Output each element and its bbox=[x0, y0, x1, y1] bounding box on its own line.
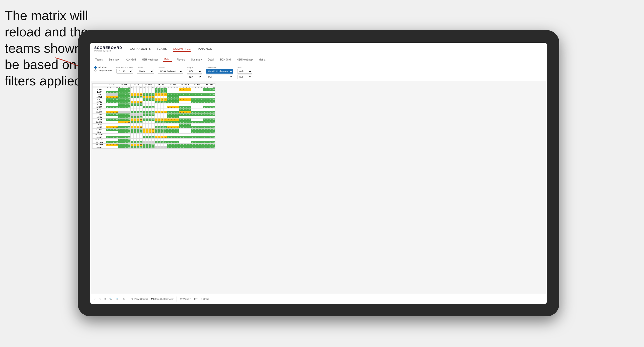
refresh-btn[interactable]: ⟳ bbox=[104, 298, 106, 300]
team-select2[interactable]: (All) bbox=[237, 75, 252, 79]
cell-r14-c3-s2 bbox=[149, 124, 152, 126]
cell-r3-c7-s2 bbox=[197, 96, 200, 98]
cell-r14-c1-s3 bbox=[127, 124, 130, 126]
sub-nav-h2h-heatmap2[interactable]: H2H Heatmap bbox=[236, 58, 254, 62]
cell-r7-c5-s3: 14 bbox=[176, 106, 179, 108]
uu-t: T bbox=[197, 86, 200, 88]
sub-nav-h2h-heatmap1[interactable]: H2H Heatmap bbox=[141, 58, 159, 62]
view-original-btn[interactable]: 👁 View: Original bbox=[131, 298, 148, 300]
cell-r21-c1-s3: 20 bbox=[127, 141, 130, 144]
cell-r21-c6-s3 bbox=[188, 141, 191, 144]
cell-r20-c6-s1 bbox=[182, 139, 185, 141]
nav-tournaments[interactable]: TOURNAMENTS bbox=[128, 46, 151, 52]
cell-r15-c4-s1: 1 bbox=[158, 126, 161, 129]
cell-r23-c8-s0: 2 bbox=[203, 146, 206, 149]
matrix-area[interactable]: 3. ASU 10. UW 11. UA 22. UCB 24. UO 27. … bbox=[90, 81, 547, 294]
sub-nav-h2h-grid1[interactable]: H2H Grid bbox=[124, 58, 137, 62]
zoom-out-btn[interactable]: 🔍- bbox=[109, 298, 113, 300]
cell-r12-c2-s3: 14 bbox=[139, 119, 142, 121]
cell-r18-c1-s1 bbox=[121, 134, 124, 136]
cell-r3-c3-s1: 1 bbox=[146, 96, 149, 98]
cell-r9-c0-s2: 0 bbox=[112, 111, 115, 113]
cell-r11-c1-s2: 0 bbox=[124, 116, 127, 119]
cell-r7-c6-s2: 0 bbox=[185, 106, 188, 108]
cell-r10-c8-s1: 1 bbox=[206, 113, 209, 116]
compact-view-radio[interactable]: Compact View bbox=[94, 69, 112, 72]
nav-rankings[interactable]: RANKINGS bbox=[197, 46, 212, 52]
cell-r4-c2-s2 bbox=[136, 98, 139, 101]
cell-r8-c3-s1 bbox=[146, 108, 149, 111]
sub-nav-players[interactable]: Players bbox=[176, 58, 186, 62]
cell-r17-c8-s2: 0 bbox=[209, 131, 212, 134]
cell-r5-c5-s1: 1 bbox=[170, 101, 173, 103]
sub-nav-detail[interactable]: Detail bbox=[207, 58, 215, 62]
cell-r18-c7-s2 bbox=[197, 134, 200, 136]
cell-r21-c7-s1: 1 bbox=[194, 141, 197, 144]
region-select2[interactable]: N/A bbox=[187, 75, 202, 79]
conference-select2[interactable]: (All) bbox=[206, 75, 233, 79]
cell-r9-c7-s1: 1 bbox=[194, 111, 197, 113]
share-btn[interactable]: ↗ Share bbox=[201, 298, 209, 300]
cell-r10-c6-s2: 0 bbox=[185, 113, 188, 116]
cell-r13-c3-s2 bbox=[149, 121, 152, 124]
row-label-11: 12. UV bbox=[93, 116, 106, 119]
cell-r8-c6-s1: 1 bbox=[182, 108, 185, 111]
cell-r21-c7-s0: 2 bbox=[191, 141, 194, 144]
cell-r11-c6-s3 bbox=[188, 116, 191, 119]
cell-r20-c1-s2: 0 bbox=[124, 139, 127, 141]
cell-r23-c6-s2: 0 bbox=[185, 146, 188, 149]
cell-r11-c2-s3: 20 bbox=[139, 116, 142, 119]
division-select[interactable]: NCAA Division I NCAA Division II NCAA Di… bbox=[158, 69, 183, 74]
cell-r19-c4-s1: 1 bbox=[158, 136, 161, 139]
cell-r5-c6-s3 bbox=[188, 101, 191, 103]
cell-r11-c5-s2: 0 bbox=[173, 116, 176, 119]
cell-r21-c8-s3: 20 bbox=[212, 141, 215, 144]
cell-r23-c4-s1 bbox=[158, 146, 161, 149]
cell-r5-c6-s0 bbox=[179, 101, 182, 103]
cell-r21-c2-s1: 1 bbox=[133, 141, 136, 144]
cell-r3-c4-s3 bbox=[164, 96, 167, 98]
undo-btn[interactable]: ↩ bbox=[94, 298, 96, 300]
gender-select[interactable]: Men's Women's bbox=[137, 69, 154, 74]
team-select[interactable]: (All) bbox=[237, 69, 252, 74]
cell-r17-c4-s0: 2 bbox=[155, 131, 158, 134]
max-teams-select[interactable]: Top 25 Top 50 All bbox=[116, 69, 133, 74]
cell-r2-c0-s3 bbox=[115, 93, 118, 96]
cell-r11-c6-s0 bbox=[179, 116, 182, 119]
cell-r9-c4-s3: 14 bbox=[164, 111, 167, 113]
full-view-radio[interactable]: Full View bbox=[94, 66, 112, 69]
cell-r12-c3-s2: 0 bbox=[149, 119, 152, 121]
sub-nav-teams[interactable]: Teams bbox=[94, 58, 104, 62]
view-filter-group: Full View Compact View bbox=[94, 66, 112, 72]
watch-btn[interactable]: 👁 Watch ▾ bbox=[180, 298, 191, 300]
conference-select[interactable]: Pac-12 Conference (All) bbox=[206, 69, 233, 74]
cell-r15-c3-s2 bbox=[149, 126, 152, 129]
sub-nav-matrix2[interactable]: Matrix bbox=[258, 58, 266, 62]
cell-r1-c8-s3 bbox=[212, 91, 215, 93]
sub-nav-matrix1[interactable]: Matrix bbox=[163, 57, 172, 62]
cell-r11-c7-s3 bbox=[200, 116, 203, 119]
cell-r5-c4-s0: 2 bbox=[155, 101, 158, 103]
cell-r20-c3-s0 bbox=[143, 139, 146, 141]
cell-r13-c4-s3: 20 bbox=[164, 121, 167, 124]
sub-nav-h2h-grid2[interactable]: H2H Grid bbox=[219, 58, 232, 62]
nav-committee[interactable]: COMMITTEE bbox=[173, 46, 191, 52]
redo-btn[interactable]: ↪ bbox=[99, 298, 101, 300]
region-select[interactable]: N/A East West bbox=[187, 69, 202, 74]
cell-r3-c7-s0 bbox=[191, 96, 194, 98]
cell-r10-c6-s0: 2 bbox=[179, 113, 182, 116]
cell-r1-c0-s0: 2 bbox=[106, 91, 109, 93]
matrix-table: 3. ASU 10. UW 11. UA 22. UCB 24. UO 27. … bbox=[92, 83, 215, 149]
save-custom-btn[interactable]: 💾 Save Custom View bbox=[151, 298, 173, 300]
ucb-w: W bbox=[143, 86, 146, 88]
cell-r8-c2-s3 bbox=[139, 108, 142, 111]
nav-teams[interactable]: TEAMS bbox=[157, 46, 167, 52]
cell-r14-c2-s1 bbox=[133, 124, 136, 126]
settings-btn[interactable]: ⚙ ▾ bbox=[194, 298, 198, 300]
zoom-in-btn[interactable]: 🔍+ bbox=[116, 298, 120, 300]
sub-nav-summary1[interactable]: Summary bbox=[108, 58, 120, 62]
reset-btn[interactable]: ⊙ bbox=[123, 298, 125, 300]
cell-r0-c1-s0: 2 bbox=[118, 88, 121, 91]
cell-r7-c8-s1: 1 bbox=[206, 106, 209, 108]
sub-nav-summary2[interactable]: Summary bbox=[190, 58, 203, 62]
